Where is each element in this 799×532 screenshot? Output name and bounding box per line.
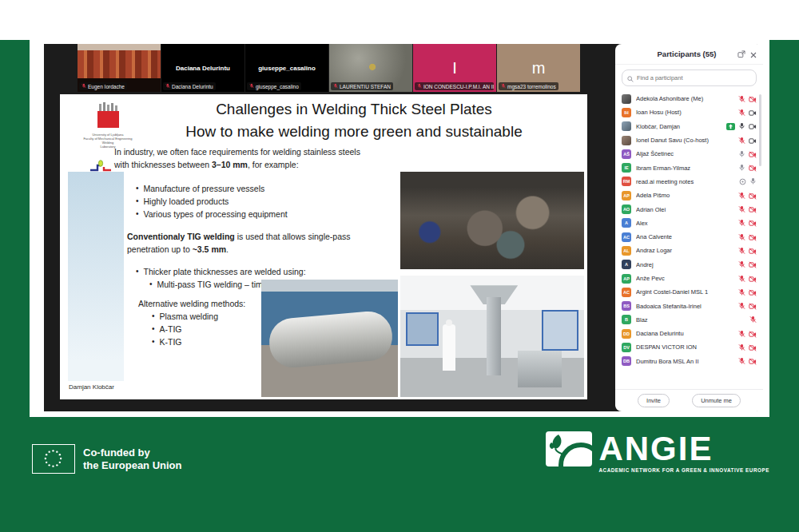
status-icons <box>738 133 757 148</box>
search-icon <box>627 71 634 85</box>
participant-row[interactable]: AAlex <box>615 216 763 230</box>
mic-off-icon <box>749 312 757 327</box>
status-icons <box>738 92 757 106</box>
mic-on-icon <box>738 119 745 133</box>
video-tile[interactable]: mmgsa23 torremolinos <box>497 44 580 92</box>
avatar <box>622 121 631 131</box>
participant-name: Klobčar, Damjan <box>636 123 726 130</box>
avatar: DB <box>622 356 631 366</box>
report-page: Eugen IordacheDaciana DelurintuDaciana D… <box>0 0 799 532</box>
participant-name: Adrian Olei <box>636 206 738 213</box>
photo-cleanroom-equipment <box>400 276 584 397</box>
mic-off-icon <box>738 202 745 216</box>
participant-row[interactable]: Klobčar, Damjan <box>615 120 763 133</box>
video-tile[interactable]: giuseppe_casalinogiuseppe_casalino <box>245 44 328 92</box>
cam-off-icon <box>749 244 757 258</box>
cam-off-icon <box>749 354 757 368</box>
mic-dim-icon <box>749 174 757 189</box>
participant-row[interactable]: ACArgint Costel-Daniel MSL 1 <box>615 285 763 299</box>
avatar <box>622 136 631 145</box>
cam-off-icon <box>749 202 757 216</box>
unmute-me-button[interactable]: Unmute me <box>692 394 741 407</box>
participant-row[interactable]: RMread.ai meeting notes <box>615 175 763 189</box>
participant-row[interactable]: ACAna Calvente <box>615 230 763 244</box>
mic-off-icon <box>501 83 506 89</box>
photo-processing-plant <box>400 172 584 269</box>
participant-row[interactable]: BSBadoaica Stefanita-Irinel <box>615 299 763 312</box>
participant-row[interactable]: IHIoan Hosu (Host) <box>615 105 763 119</box>
participant-row[interactable]: AŠAljaž Ščetinec <box>615 147 763 161</box>
avatar: AP <box>622 274 631 284</box>
participant-row[interactable]: Adekola Ashonibare (Me) <box>615 92 763 105</box>
participant-row[interactable]: APAdela Pišmo <box>615 189 763 202</box>
status-icons <box>739 174 757 189</box>
mic-off-icon <box>738 133 745 148</box>
mic-off-icon <box>738 230 745 244</box>
scrollbar-thumb[interactable] <box>759 94 761 166</box>
participant-row[interactable]: BBlaz <box>615 313 763 327</box>
slide-title-line2: How to make welding more green and susta… <box>124 121 584 143</box>
participant-name: Andraz Logar <box>636 247 738 254</box>
cam-off-icon <box>749 272 757 286</box>
status-icons <box>738 272 757 286</box>
avatar: AL <box>622 246 631 256</box>
mic-off-icon <box>738 327 745 341</box>
search-input[interactable] <box>637 74 751 81</box>
participant-name: Argint Costel-Daniel MSL 1 <box>636 288 738 296</box>
mic-off-icon <box>417 83 422 89</box>
participant-name: Alex <box>636 220 738 227</box>
mic-off-icon <box>738 244 745 258</box>
participants-header: Participants (55) <box>615 44 763 65</box>
video-tile[interactable]: Daciana DelurintuDaciana Delurintu <box>161 44 244 92</box>
participant-name: Aljaž Ščetinec <box>636 150 738 157</box>
tile-name-label: mgsa23 torremolinos <box>499 82 559 90</box>
participant-row[interactable]: DVDESPAN VICTOR ION <box>615 340 763 354</box>
video-tile[interactable]: IION CONDESCU-I.P.M.I. AN II <box>413 44 496 92</box>
status-icons <box>738 257 757 272</box>
invite-button[interactable]: Invite <box>638 394 670 407</box>
status-icons <box>738 327 757 341</box>
status-icons <box>738 354 757 368</box>
avatar: AŠ <box>622 149 631 159</box>
presenter-name: Damjan Klobčar <box>69 383 114 391</box>
mic-off-icon <box>738 257 745 272</box>
slide-alternative-methods: Alternative welding methods:•Plasma weld… <box>138 297 245 348</box>
mic-off-icon <box>333 83 338 89</box>
avatar: IH <box>622 108 631 117</box>
window-right <box>542 310 578 351</box>
participant-name: Ibram Erman-Yilmaz <box>636 165 738 172</box>
cam-off-icon <box>749 189 757 203</box>
participant-name: Andrej <box>636 261 738 268</box>
tile-name-label: Daciana Delurintu <box>163 82 216 90</box>
mic-off-icon <box>249 83 254 89</box>
video-tile[interactable]: Eugen Iordache <box>78 44 161 92</box>
video-tile[interactable]: LAURENTIU STEFAN <box>329 44 412 92</box>
participant-row[interactable]: ALAndraz Logar <box>615 244 763 257</box>
participant-row[interactable]: DDDaciana Delurintu <box>615 327 763 340</box>
participant-row[interactable]: AOAdrian Olei <box>615 202 763 216</box>
cam-on-icon <box>749 119 757 133</box>
status-icons <box>726 119 757 133</box>
participant-row[interactable]: AAndrej <box>615 258 763 272</box>
avatar: BS <box>622 301 631 311</box>
cam-off-icon <box>749 92 757 106</box>
cam-off-icon <box>749 230 757 244</box>
cam-off-icon <box>749 340 757 355</box>
participant-row[interactable]: IEIbram Erman-Yilmaz <box>615 161 763 174</box>
popout-icon[interactable] <box>737 47 745 62</box>
cam-off-icon <box>749 285 757 300</box>
participant-search[interactable] <box>622 69 757 86</box>
avatar: AP <box>622 191 631 200</box>
eu-flag-icon <box>32 444 75 474</box>
participant-row[interactable]: Ionel Danut Savu (Co-host) <box>615 133 763 147</box>
participants-footer: Invite Unmute me <box>615 389 763 411</box>
status-icons <box>749 312 757 327</box>
mic-off-icon <box>738 299 745 313</box>
participant-row[interactable]: APAnže Pevc <box>615 272 763 285</box>
close-icon[interactable] <box>750 47 757 62</box>
participant-name: Ionel Danut Savu (Co-host) <box>636 137 738 144</box>
angie-wordmark: ANGIE <box>598 431 769 466</box>
participant-row[interactable]: DBDumitru Bora MSL An II <box>615 355 763 368</box>
mic-dim-icon <box>738 161 745 175</box>
steel-cabinet <box>518 351 562 387</box>
